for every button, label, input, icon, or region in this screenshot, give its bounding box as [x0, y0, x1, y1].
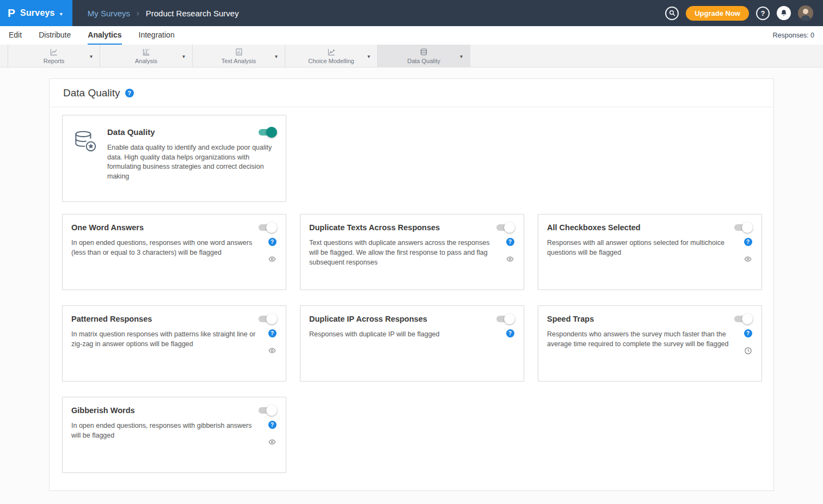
- card-description: In matrix question responses with patter…: [71, 329, 263, 354]
- card-description: Enable data quality to identify and excl…: [107, 143, 277, 181]
- chevron-down-icon: ▾: [60, 11, 63, 17]
- card-description: Responses with duplicate IP will be flag…: [309, 329, 501, 339]
- database-icon: [420, 48, 428, 57]
- rules-grid: One Word Answers In open ended questions…: [62, 214, 761, 473]
- toolbar-item-data-quality[interactable]: Data Quality ▾: [378, 45, 470, 67]
- help-icon[interactable]: ?: [506, 329, 514, 337]
- card-description: In open ended questions, responses with …: [71, 238, 263, 263]
- tab-analytics[interactable]: Analytics: [88, 26, 121, 45]
- choice-modelling-icon: [327, 48, 336, 57]
- card-title: Duplicate IP Across Responses: [309, 315, 427, 323]
- all-checkboxes-toggle[interactable]: [734, 224, 751, 231]
- card-title: Patterned Responses: [71, 315, 152, 323]
- toggle-knob: [742, 314, 753, 324]
- toggle-knob: [266, 127, 277, 138]
- toggle-knob: [266, 222, 277, 233]
- card-title: Gibberish Words: [71, 406, 135, 415]
- tab-integration[interactable]: Integration: [139, 26, 175, 45]
- gibberish-words-toggle[interactable]: [259, 407, 275, 414]
- responses-count: Responses: 0: [773, 32, 814, 39]
- help-icon[interactable]: ?: [268, 329, 277, 337]
- chevron-down-icon[interactable]: ▾: [460, 53, 463, 59]
- breadcrumb-my-surveys[interactable]: My Surveys: [88, 9, 130, 18]
- toolbar-item-reports[interactable]: Reports ▾: [8, 45, 100, 67]
- notifications-bell-icon[interactable]: [777, 6, 791, 20]
- analysis-chart-icon: [142, 48, 151, 57]
- duplicate-texts-toggle[interactable]: [496, 224, 513, 231]
- toggle-knob: [266, 405, 277, 416]
- topbar-actions: Upgrade Now ?: [665, 5, 823, 21]
- card-patterned-responses: Patterned Responses In matrix question r…: [62, 305, 286, 382]
- breadcrumb-survey-title: Product Research Survey: [146, 9, 239, 18]
- database-quality-icon: [71, 128, 99, 201]
- text-analysis-icon: [235, 48, 243, 57]
- toolbar-label: Analysis: [135, 58, 157, 64]
- surveys-product-menu[interactable]: P Surveys ▾: [0, 0, 72, 26]
- help-icon[interactable]: ?: [506, 238, 514, 246]
- toolbar-label: Data Quality: [407, 58, 440, 64]
- content-area: Data Quality ? Dat: [0, 67, 823, 504]
- card-description: Responses with all answer options select…: [547, 238, 739, 263]
- breadcrumb: My Surveys › Product Research Survey: [88, 9, 239, 18]
- card-speed-traps: Speed Traps Respondents who answers the …: [538, 305, 762, 382]
- analytics-toolbar: Reports ▾ Analysis ▾ Text Analysis ▾ Cho…: [0, 45, 823, 67]
- survey-nav-tabs: Edit Distribute Analytics Integration Re…: [0, 26, 823, 45]
- search-icon[interactable]: [665, 7, 679, 20]
- one-word-answers-toggle[interactable]: [259, 224, 275, 231]
- panel-body: Data Quality Enable data quality to iden…: [50, 107, 773, 473]
- eye-preview-icon[interactable]: [268, 347, 277, 354]
- help-icon[interactable]: ?: [268, 421, 277, 429]
- card-title: Speed Traps: [547, 315, 594, 323]
- card-gibberish-words: Gibberish Words In open ended questions,…: [62, 397, 286, 473]
- card-description: Text questions with duplicate answers ac…: [309, 238, 501, 267]
- eye-preview-icon[interactable]: [268, 438, 277, 446]
- speed-traps-toggle[interactable]: [734, 316, 751, 322]
- eye-preview-icon[interactable]: [744, 255, 752, 263]
- top-bar: P Surveys ▾ My Surveys › Product Researc…: [0, 0, 823, 26]
- tab-distribute[interactable]: Distribute: [39, 26, 71, 45]
- toggle-knob: [742, 222, 753, 233]
- clock-icon[interactable]: [744, 347, 752, 355]
- toolbar-label: Choice Modelling: [308, 58, 354, 64]
- chevron-down-icon[interactable]: ▾: [275, 53, 278, 59]
- help-icon[interactable]: ?: [125, 89, 134, 97]
- card-title: One Word Answers: [71, 223, 144, 232]
- help-icon[interactable]: ?: [744, 329, 752, 337]
- chevron-down-icon[interactable]: ▾: [367, 53, 370, 59]
- breadcrumb-separator-icon: ›: [137, 9, 139, 17]
- card-all-checkboxes-selected: All Checkboxes Selected Responses with a…: [538, 214, 762, 290]
- card-data-quality-master: Data Quality Enable data quality to iden…: [62, 115, 286, 202]
- product-name: Surveys: [20, 8, 55, 18]
- card-description: Respondents who answers the survey much …: [547, 329, 739, 355]
- patterned-responses-toggle[interactable]: [259, 316, 275, 322]
- card-one-word-answers: One Word Answers In open ended questions…: [62, 214, 286, 290]
- duplicate-ip-toggle[interactable]: [496, 316, 513, 322]
- toolbar-item-text-analysis[interactable]: Text Analysis ▾: [193, 45, 285, 67]
- card-description: In open ended questions, responses with …: [71, 421, 263, 446]
- help-icon[interactable]: ?: [268, 238, 277, 246]
- card-title: Duplicate Texts Across Responses: [309, 223, 440, 232]
- toolbar-item-choice-modelling[interactable]: Choice Modelling ▾: [285, 45, 378, 67]
- avatar[interactable]: [798, 5, 813, 21]
- card-duplicate-texts: Duplicate Texts Across Responses Text qu…: [300, 214, 524, 290]
- eye-preview-icon[interactable]: [268, 255, 277, 263]
- questionpro-logo: P: [8, 7, 15, 20]
- card-duplicate-ip: Duplicate IP Across Responses Responses …: [300, 305, 524, 382]
- toolbar-label: Reports: [44, 58, 65, 64]
- reports-chart-icon: [50, 48, 58, 57]
- toggle-knob: [504, 314, 515, 324]
- help-icon[interactable]: ?: [756, 7, 770, 20]
- upgrade-now-button[interactable]: Upgrade Now: [686, 6, 749, 21]
- card-title: Data Quality: [107, 127, 155, 137]
- chevron-down-icon[interactable]: ▾: [90, 53, 93, 59]
- help-icon[interactable]: ?: [744, 238, 752, 246]
- toolbar-item-analysis[interactable]: Analysis ▾: [100, 45, 193, 67]
- chevron-down-icon[interactable]: ▾: [182, 53, 185, 59]
- toolbar-label: Text Analysis: [222, 58, 256, 64]
- data-quality-toggle[interactable]: [259, 129, 275, 136]
- page-title: Data Quality: [63, 87, 120, 99]
- tab-edit[interactable]: Edit: [9, 26, 22, 45]
- eye-preview-icon[interactable]: [506, 255, 514, 263]
- data-quality-panel: Data Quality ? Dat: [49, 78, 774, 491]
- toggle-knob: [266, 314, 277, 324]
